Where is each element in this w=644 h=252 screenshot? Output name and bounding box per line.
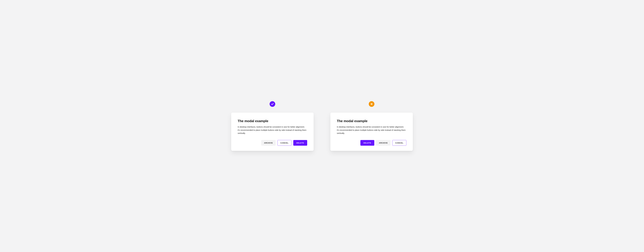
- delete-button[interactable]: DELETE: [293, 140, 307, 146]
- good-example: The modal example In desktop interfaces,…: [231, 101, 314, 151]
- examples-container: The modal example In desktop interfaces,…: [226, 101, 418, 151]
- archive-button[interactable]: ARCHIVE: [261, 140, 276, 146]
- delete-button[interactable]: DELETE: [360, 140, 374, 146]
- archive-button[interactable]: ARCHIVE: [376, 140, 390, 146]
- modal-title: The modal example: [238, 119, 307, 123]
- modal-body-text: In desktop interfaces, buttons should be…: [238, 125, 307, 135]
- modal-body-text: In desktop interfaces, buttons should be…: [337, 125, 406, 135]
- check-icon: [270, 101, 275, 107]
- cancel-button[interactable]: CANCEL: [278, 140, 292, 146]
- modal-title: The modal example: [337, 119, 406, 123]
- x-icon: [369, 101, 374, 107]
- bad-modal-card: The modal example In desktop interfaces,…: [330, 113, 413, 151]
- cancel-button[interactable]: CANCEL: [392, 140, 406, 146]
- good-modal-card: The modal example In desktop interfaces,…: [231, 113, 314, 151]
- button-row: DELETE ARCHIVE CANCEL: [337, 140, 406, 146]
- button-row: ARCHIVE CANCEL DELETE: [238, 140, 307, 146]
- bad-example: The modal example In desktop interfaces,…: [330, 101, 413, 151]
